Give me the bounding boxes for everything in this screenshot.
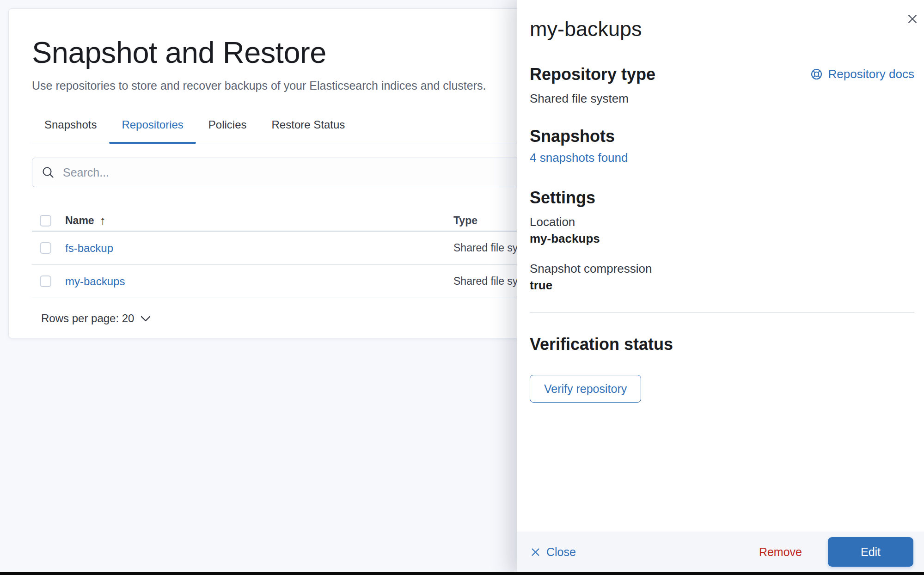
- close-icon: [531, 548, 540, 557]
- verify-repository-button[interactable]: Verify repository: [530, 375, 641, 403]
- setting-label-compression: Snapshot compression: [530, 262, 914, 276]
- repository-link-my-backups[interactable]: my-backups: [65, 275, 125, 288]
- setting-label-location: Location: [530, 215, 914, 229]
- repository-type-value: Shared file system: [530, 91, 914, 107]
- chevron-down-icon: [141, 316, 151, 322]
- column-header-name[interactable]: Name ↑: [65, 214, 453, 228]
- snapshots-heading: Snapshots: [530, 126, 914, 147]
- repository-type-heading: Repository type: [530, 64, 655, 85]
- select-all-checkbox[interactable]: [40, 215, 51, 226]
- row-checkbox-fs-backup[interactable]: [40, 242, 51, 254]
- page-subtitle: Use repositories to store and recover ba…: [32, 78, 486, 94]
- tab-repositories[interactable]: Repositories: [109, 118, 196, 143]
- flyout-footer: Close Remove Edit: [517, 532, 924, 575]
- verification-status-heading: Verification status: [530, 334, 914, 355]
- edit-repository-button[interactable]: Edit: [828, 537, 913, 567]
- repository-link-fs-backup[interactable]: fs-backup: [65, 242, 113, 255]
- repository-details-flyout: my-backups Repository type Repository do…: [517, 0, 924, 575]
- tab-snapshots[interactable]: Snapshots: [32, 118, 109, 143]
- rows-per-page-selector[interactable]: Rows per page: 20: [41, 312, 151, 325]
- settings-heading: Settings: [530, 187, 914, 208]
- tab-policies[interactable]: Policies: [196, 118, 259, 143]
- documentation-icon: [810, 68, 823, 80]
- window-bottom-edge: [0, 572, 924, 575]
- page-title: Snapshot and Restore: [32, 34, 326, 71]
- tab-restore-status[interactable]: Restore Status: [259, 118, 358, 143]
- section-divider: [530, 312, 914, 313]
- remove-repository-button[interactable]: Remove: [759, 545, 802, 559]
- flyout-close-button[interactable]: Close: [531, 545, 576, 559]
- setting-value-location: my-backups: [530, 232, 914, 246]
- setting-value-compression: true: [530, 278, 914, 293]
- snapshots-found-link[interactable]: 4 snapshots found: [530, 151, 914, 165]
- flyout-title: my-backups: [530, 17, 914, 42]
- search-icon: [42, 166, 55, 179]
- row-checkbox-my-backups[interactable]: [40, 275, 51, 287]
- repository-docs-link[interactable]: Repository docs: [810, 67, 914, 81]
- sort-ascending-icon: ↑: [100, 214, 106, 228]
